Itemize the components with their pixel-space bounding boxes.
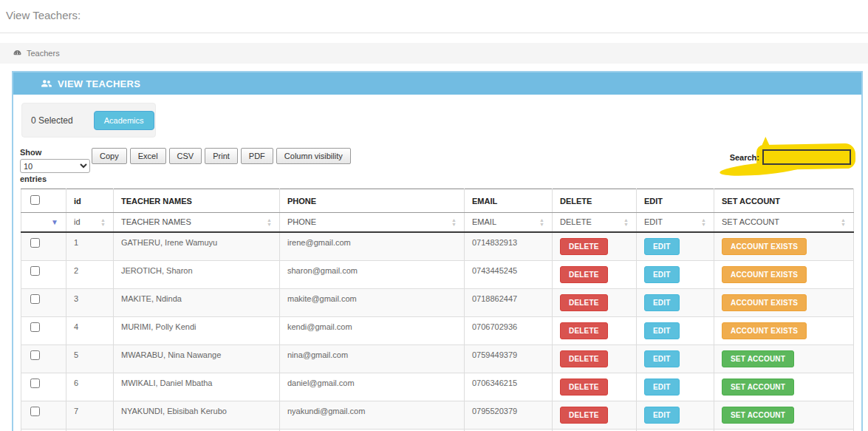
row-checkbox[interactable] xyxy=(30,266,40,276)
edit-button[interactable]: EDIT xyxy=(644,322,680,339)
account-button[interactable]: SET ACCOUNT xyxy=(722,407,794,424)
row-select-cell xyxy=(21,317,66,345)
sort-header-email[interactable]: EMAIL▲▼ xyxy=(465,213,553,233)
edit-cell: EDIT xyxy=(637,345,714,373)
search-input[interactable] xyxy=(762,149,851,165)
email-cell: 0759449379 xyxy=(465,345,553,373)
account-button[interactable]: ACCOUNT EXISTS xyxy=(722,266,807,283)
select-all-checkbox[interactable] xyxy=(30,195,40,205)
column-visibility-button[interactable]: Column visibility xyxy=(276,148,351,164)
sort-icon[interactable]: ▲▼ xyxy=(841,218,846,227)
id-cell: 2 xyxy=(66,261,114,289)
copy-button[interactable]: Copy xyxy=(92,148,127,164)
delete-button[interactable]: DELETE xyxy=(560,322,608,339)
edit-button[interactable]: EDIT xyxy=(644,238,680,255)
search-label: Search: xyxy=(730,153,759,162)
delete-button[interactable]: DELETE xyxy=(560,407,608,424)
sort-header-id[interactable]: id▲▼ xyxy=(66,213,114,233)
row-checkbox[interactable] xyxy=(30,407,40,416)
delete-button[interactable]: DELETE xyxy=(560,350,608,367)
delete-cell: DELETE xyxy=(553,401,637,430)
id-cell: 5 xyxy=(66,345,114,373)
email-cell: 0714832913 xyxy=(465,232,553,261)
account-button[interactable]: ACCOUNT EXISTS xyxy=(722,294,807,311)
delete-cell: DELETE xyxy=(553,373,637,401)
sort-header-names[interactable]: TEACHER NAMES▲▼ xyxy=(114,213,280,233)
sort-icon[interactable]: ▲▼ xyxy=(623,218,629,227)
table-row: 7 NYAKUNDI, Ebisibah Kerubo nyakundi@gma… xyxy=(21,401,854,430)
selected-count: 0 Selected xyxy=(31,115,73,126)
sort-header-phone[interactable]: PHONE▲▼ xyxy=(280,213,465,233)
edit-button[interactable]: EDIT xyxy=(644,379,680,396)
delete-button[interactable]: DELETE xyxy=(560,379,608,396)
academics-button[interactable]: Academics xyxy=(94,111,154,130)
edit-button[interactable]: EDIT xyxy=(644,294,680,311)
account-button[interactable]: ACCOUNT EXISTS xyxy=(722,238,807,255)
phone-cell: nina@gmail.com xyxy=(280,345,465,373)
sort-header-edit[interactable]: EDIT▲▼ xyxy=(637,213,714,233)
set-account-cell: ACCOUNT EXISTS xyxy=(714,317,854,345)
row-checkbox[interactable] xyxy=(30,294,40,304)
id-cell: 7 xyxy=(66,401,114,430)
delete-cell: DELETE xyxy=(553,289,637,317)
row-checkbox[interactable] xyxy=(30,350,40,360)
page-length-select[interactable]: 10 xyxy=(20,159,90,173)
sort-icon[interactable]: ▲▼ xyxy=(539,218,544,227)
breadcrumb-item-teachers[interactable]: Teachers xyxy=(27,49,60,58)
column-header-email: EMAIL xyxy=(465,189,553,213)
delete-cell: DELETE xyxy=(553,345,637,373)
teachers-table: id TEACHER NAMES PHONE EMAIL DELETE EDIT… xyxy=(21,189,854,431)
delete-button[interactable]: DELETE xyxy=(560,294,608,311)
sort-header-delete[interactable]: DELETE▲▼ xyxy=(553,213,637,233)
column-header-names: TEACHER NAMES xyxy=(114,189,280,213)
phone-cell: sharon@gmail.com xyxy=(280,261,465,289)
teacher-name-cell: MURIMI, Polly Kendi xyxy=(114,317,280,345)
edit-button[interactable]: EDIT xyxy=(644,407,680,424)
panel-header: VIEW TEACHERS xyxy=(13,72,861,95)
phone-cell: nyakundi@gmail.com xyxy=(280,401,465,430)
set-account-cell: SET ACCOUNT xyxy=(714,373,854,401)
table-row: 3 MAKITE, Ndinda makite@gmail.com 071886… xyxy=(21,289,854,317)
csv-button[interactable]: CSV xyxy=(169,148,202,164)
edit-button[interactable]: EDIT xyxy=(644,266,680,283)
sort-icon[interactable]: ▲▼ xyxy=(701,218,706,227)
table-body: 1 GATHERU, Irene Wamuyu irene@gmail.com … xyxy=(21,232,854,431)
teacher-name-cell: MAKITE, Ndinda xyxy=(114,289,280,317)
sort-icon[interactable]: ▲▼ xyxy=(451,218,457,227)
teacher-name-cell: NYAKUNDI, Ebisibah Kerubo xyxy=(114,401,280,430)
delete-button[interactable]: DELETE xyxy=(560,266,608,283)
row-checkbox[interactable] xyxy=(30,322,40,332)
account-button[interactable]: SET ACCOUNT xyxy=(722,350,794,367)
users-icon xyxy=(41,78,52,89)
row-select-cell xyxy=(21,373,66,401)
edit-cell: EDIT xyxy=(637,232,714,261)
row-select-cell xyxy=(21,261,66,289)
row-checkbox[interactable] xyxy=(30,379,40,388)
email-cell: 0706346215 xyxy=(465,373,553,401)
filter-cell-select[interactable]: ▼ xyxy=(21,213,66,233)
row-checkbox[interactable] xyxy=(30,238,40,248)
delete-button[interactable]: DELETE xyxy=(560,238,608,255)
caret-down-icon[interactable]: ▼ xyxy=(51,219,58,226)
select-all-header xyxy=(21,189,66,213)
search-highlight-annotation xyxy=(762,149,851,165)
account-button[interactable]: SET ACCOUNT xyxy=(722,379,794,396)
account-button[interactable]: ACCOUNT EXISTS xyxy=(722,322,807,339)
set-account-cell: ACCOUNT EXISTS xyxy=(714,261,854,289)
sort-icon[interactable]: ▲▼ xyxy=(100,218,106,227)
dashboard-icon xyxy=(13,49,22,58)
teacher-name-cell: GATHERU, Irene Wamuyu xyxy=(114,232,280,261)
sort-header-set-account[interactable]: SET ACCOUNT▲▼ xyxy=(714,213,854,233)
phone-cell: irene@gmail.com xyxy=(280,232,465,261)
pdf-button[interactable]: PDF xyxy=(241,148,273,164)
print-button[interactable]: Print xyxy=(205,148,238,164)
column-header-phone: PHONE xyxy=(280,189,465,213)
edit-cell: EDIT xyxy=(637,289,714,317)
excel-button[interactable]: Excel xyxy=(130,148,166,164)
sort-filter-row: ▼ id▲▼ TEACHER NAMES▲▼ PHONE▲▼ EMAIL▲▼ D… xyxy=(21,213,854,233)
entries-label: entries xyxy=(20,174,47,183)
phone-cell: kendi@gmail.com xyxy=(280,317,465,345)
sort-icon[interactable]: ▲▼ xyxy=(267,218,272,227)
edit-button[interactable]: EDIT xyxy=(644,350,680,367)
table-row: 5 MWARABU, Nina Nawange nina@gmail.com 0… xyxy=(21,345,854,373)
